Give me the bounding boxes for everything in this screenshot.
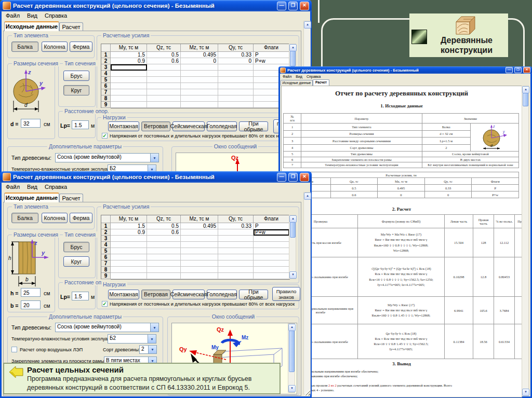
grid-cell[interactable]: 0.33 bbox=[218, 223, 254, 229]
grid-cell[interactable]: P bbox=[254, 223, 289, 229]
grid-column-header[interactable]: Qz, тс bbox=[147, 44, 181, 52]
h-input[interactable] bbox=[21, 288, 41, 297]
grid-cell[interactable] bbox=[181, 273, 218, 279]
grid-column-header[interactable]: Qz, тс bbox=[147, 215, 181, 223]
grid-cell[interactable]: 0.6 bbox=[147, 229, 181, 236]
grid-column-header[interactable]: My, тс м bbox=[111, 215, 147, 223]
scroll-up-icon[interactable]: ▲ bbox=[289, 44, 297, 51]
grid-cell[interactable] bbox=[147, 83, 181, 89]
grid-cell[interactable] bbox=[218, 64, 254, 71]
grid-cell[interactable]: P+w bbox=[254, 58, 289, 64]
dropdown-arrow-icon[interactable]: ▼ bbox=[148, 335, 156, 343]
tab-input-data[interactable]: Исходные данные bbox=[4, 193, 59, 202]
scroll-thumb[interactable] bbox=[290, 51, 296, 66]
load-wind-button[interactable]: Ветровая bbox=[141, 121, 170, 131]
load-montage-button[interactable]: Монтажная bbox=[108, 290, 139, 299]
grid-cell[interactable] bbox=[254, 242, 289, 248]
column-button[interactable]: Колонна bbox=[42, 213, 68, 223]
grid-cell[interactable] bbox=[111, 89, 147, 95]
bar-section-button[interactable]: Брус bbox=[63, 71, 89, 81]
grid-row-number[interactable]: 2 bbox=[101, 229, 111, 236]
grid-cell[interactable]: 0.33 bbox=[218, 52, 254, 58]
grid-column-header[interactable]: Флаги bbox=[254, 44, 289, 52]
grid-cell[interactable] bbox=[181, 102, 218, 108]
grid-row-number[interactable]: 1 bbox=[101, 223, 111, 229]
column-button[interactable]: Колонна bbox=[42, 42, 68, 52]
lp-input[interactable] bbox=[72, 120, 89, 129]
wood-grade-select[interactable]: 2 ▼ bbox=[139, 345, 157, 354]
stress-checkbox[interactable]: ✓ bbox=[102, 133, 108, 139]
grid-cell[interactable] bbox=[218, 248, 254, 254]
dropdown-arrow-icon[interactable]: ▼ bbox=[148, 346, 156, 353]
titlebar[interactable]: Расчет деревянных конструкций (цельного … bbox=[278, 66, 532, 74]
grid-row-number[interactable]: 7 bbox=[101, 89, 111, 95]
grid-row-number[interactable]: 5 bbox=[101, 77, 111, 83]
scroll-up-icon[interactable]: ▲ bbox=[288, 324, 296, 331]
load-ice-button[interactable]: Гололедная bbox=[207, 290, 237, 299]
dropdown-arrow-icon[interactable]: ▼ bbox=[150, 154, 158, 162]
grid-cell[interactable] bbox=[218, 229, 254, 236]
grid-cell[interactable]: 0 bbox=[181, 58, 218, 64]
grid-cell[interactable] bbox=[111, 260, 147, 267]
maximize-button[interactable]: ❐ bbox=[288, 2, 298, 10]
load-seismic-button[interactable]: Сейсмическая bbox=[172, 121, 205, 131]
grid-row-number[interactable]: 5 bbox=[101, 248, 111, 254]
grid-cell[interactable] bbox=[218, 83, 254, 89]
grid-row-number[interactable]: 2 bbox=[101, 58, 111, 64]
message-scrollbar[interactable]: ▲ ▼ bbox=[288, 323, 295, 393]
grid-cell[interactable] bbox=[181, 260, 218, 267]
grid-cell[interactable] bbox=[111, 242, 147, 248]
grid-cell[interactable] bbox=[218, 242, 254, 248]
scroll-down-icon[interactable]: ▼ bbox=[289, 271, 297, 279]
maximize-button[interactable]: ❐ bbox=[514, 67, 522, 73]
scroll-thumb[interactable] bbox=[523, 93, 528, 106]
beam-button[interactable]: Балка bbox=[11, 213, 38, 223]
grid-cell[interactable] bbox=[147, 242, 181, 248]
grid-cell[interactable]: 0.9 bbox=[111, 229, 147, 236]
grid-cell[interactable] bbox=[111, 102, 147, 108]
grid-cell[interactable]: 0.495 bbox=[181, 52, 218, 58]
grid-cell[interactable] bbox=[181, 83, 218, 89]
grid-cell[interactable] bbox=[111, 83, 147, 89]
grid-cell[interactable] bbox=[254, 273, 289, 279]
grid-scrollbar[interactable]: ▲ ▼ bbox=[289, 215, 296, 279]
scroll-down-icon[interactable]: ▼ bbox=[288, 385, 296, 392]
titlebar[interactable]: Расчет деревянных конструкций (цельного … bbox=[0, 171, 312, 183]
load-break-button[interactable]: При обрыве bbox=[239, 290, 268, 299]
tab-input-data[interactable]: Исходные данные bbox=[4, 21, 59, 31]
lp-input[interactable] bbox=[72, 292, 89, 300]
grid-cell[interactable] bbox=[181, 229, 218, 236]
grid-cell[interactable] bbox=[111, 254, 147, 260]
grid-cell[interactable] bbox=[181, 71, 218, 77]
grid-row-number[interactable]: 4 bbox=[101, 71, 111, 77]
grid-cell[interactable] bbox=[218, 254, 254, 260]
grid-column-header[interactable]: Mz, тс м bbox=[181, 215, 218, 223]
grid-cell[interactable] bbox=[254, 260, 289, 267]
grid-cell[interactable] bbox=[218, 236, 254, 242]
grid-cell[interactable]: 1.5 bbox=[111, 223, 147, 229]
scroll-up-icon[interactable]: ▲ bbox=[304, 21, 311, 29]
grid-cell[interactable] bbox=[147, 95, 181, 102]
scroll-thumb[interactable] bbox=[289, 331, 295, 372]
grid-column-header[interactable]: Флаги bbox=[254, 215, 289, 223]
window-scrollbar[interactable]: ▲ bbox=[303, 192, 311, 394]
grid-row-number[interactable]: 4 bbox=[101, 242, 111, 248]
grid-cell[interactable]: 1.5 bbox=[111, 52, 147, 58]
close-button[interactable]: ✕ bbox=[300, 173, 309, 182]
grid-cell[interactable]: 0.5 bbox=[147, 52, 181, 58]
beam-button[interactable]: Балка bbox=[11, 42, 38, 52]
grid-cell[interactable] bbox=[218, 273, 254, 279]
maximize-button[interactable]: ❐ bbox=[288, 173, 298, 182]
scroll-up-icon[interactable]: ▲ bbox=[522, 86, 529, 93]
grid-cell[interactable]: P bbox=[254, 52, 289, 58]
grid-cell[interactable] bbox=[218, 71, 254, 77]
menu-file[interactable]: Файл bbox=[6, 184, 20, 190]
grid-row-number[interactable]: 7 bbox=[101, 260, 111, 267]
grid-cell[interactable] bbox=[147, 267, 181, 273]
load-wind-button[interactable]: Ветровая bbox=[141, 290, 170, 299]
lep-checkbox[interactable] bbox=[11, 347, 17, 352]
grid-cell[interactable] bbox=[111, 273, 147, 279]
minimize-button[interactable]: — bbox=[277, 2, 286, 10]
grid-row-number[interactable]: 3 bbox=[101, 236, 111, 242]
scroll-up-icon[interactable]: ▲ bbox=[304, 193, 311, 200]
